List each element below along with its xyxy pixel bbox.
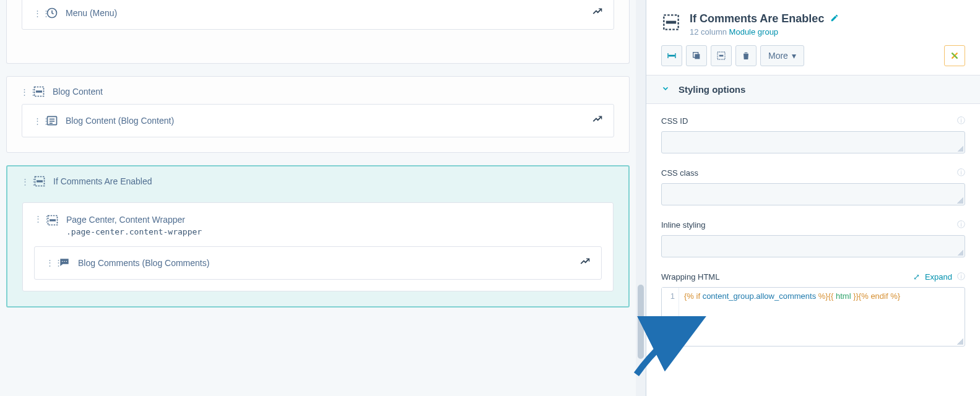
- section-title: Styling options: [679, 84, 745, 95]
- toolbar-delete-button[interactable]: [735, 45, 757, 66]
- css-id-label: CSS ID: [661, 116, 688, 126]
- drag-handle-icon[interactable]: ⋮⋮: [21, 179, 26, 184]
- expand-icon[interactable]: ⤢: [913, 272, 920, 282]
- inspector-subtitle-prefix: 12 column: [690, 27, 729, 37]
- svg-rect-17: [667, 53, 668, 58]
- svg-point-11: [62, 260, 63, 262]
- caret-down-icon: ▾: [792, 51, 796, 61]
- toolbar-group-button[interactable]: [711, 45, 732, 66]
- svg-rect-18: [675, 53, 675, 58]
- svg-point-13: [66, 260, 67, 262]
- drag-handle-icon[interactable]: ⋮⋮: [20, 90, 25, 94]
- expand-link[interactable]: Expand: [925, 272, 952, 282]
- drag-handle-icon[interactable]: ⋮⋮: [33, 119, 38, 123]
- module-group-blog-content[interactable]: ⋮⋮ Blog Content ⋮⋮ Blog Content (Blog Co…: [6, 76, 630, 153]
- module-action-icon[interactable]: [592, 115, 602, 127]
- svg-rect-19: [695, 54, 700, 59]
- svg-point-12: [64, 260, 65, 262]
- group-title: If Comments Are Enabled: [53, 176, 152, 186]
- module-group-icon: [661, 12, 681, 32]
- toolbar-copy-button[interactable]: [686, 45, 707, 66]
- svg-rect-2: [36, 90, 42, 92]
- inspector-title: If Comments Are Enablec: [690, 12, 824, 25]
- css-id-input[interactable]: [661, 131, 965, 153]
- module-group-icon: [33, 85, 45, 98]
- group-title: Blog Content: [53, 87, 103, 97]
- drag-handle-icon[interactable]: ⋮⋮: [46, 260, 51, 265]
- module-group-comments-enabled[interactable]: ⋮⋮ If Comments Are Enabled ⋮⋮ Page Cente…: [6, 165, 630, 308]
- left-scrollbar[interactable]: [636, 0, 646, 396]
- code-line: {% if content_group.allow_comments %}{{ …: [684, 291, 960, 301]
- chevron-down-icon: [661, 84, 670, 95]
- module-label: Blog Content (Blog Content): [66, 116, 174, 126]
- svg-rect-15: [666, 21, 676, 24]
- module-action-icon[interactable]: [592, 7, 602, 19]
- toolbar-more-button[interactable]: More ▾: [760, 45, 804, 66]
- edit-title-icon[interactable]: [830, 12, 839, 25]
- inner-module-group[interactable]: ⋮⋮ Page Center, Content Wrapper .page-ce…: [22, 202, 614, 291]
- info-icon[interactable]: ⓘ: [957, 271, 965, 282]
- comments-icon: [58, 257, 71, 269]
- svg-rect-22: [719, 55, 724, 57]
- code-line-number: 1: [670, 291, 675, 301]
- drag-handle-icon[interactable]: ⋮⋮: [34, 217, 39, 221]
- styling-options-header[interactable]: Styling options: [646, 75, 980, 104]
- drag-handle-icon[interactable]: ⋮⋮: [33, 11, 38, 15]
- menu-module-icon: [46, 7, 58, 19]
- wrapper-title: Page Center, Content Wrapper: [66, 214, 202, 226]
- wrapping-html-editor[interactable]: 1 {% if content_group.allow_comments %}{…: [661, 287, 965, 346]
- collapse-panel-button[interactable]: [944, 45, 965, 66]
- svg-rect-10: [50, 219, 56, 221]
- toolbar-align-button[interactable]: [661, 45, 682, 66]
- module-group-icon: [33, 175, 46, 187]
- svg-rect-16: [669, 55, 675, 57]
- info-icon[interactable]: ⓘ: [957, 115, 965, 126]
- module-row-blog-comments[interactable]: ⋮⋮ Blog Comments (Blog Comments): [34, 246, 602, 280]
- inspector-panel: If Comments Are Enablec 12 column Module…: [646, 0, 980, 396]
- module-group-icon: [46, 214, 59, 226]
- more-label: More: [768, 51, 788, 61]
- inline-styling-label: Inline styling: [661, 220, 706, 230]
- wrapper-class: .page-center.content-wrapper: [66, 226, 202, 238]
- module-row-blog-content[interactable]: ⋮⋮ Blog Content (Blog Content): [22, 104, 614, 137]
- blog-content-icon: [46, 114, 58, 127]
- css-class-label: CSS class: [661, 168, 698, 178]
- info-icon[interactable]: ⓘ: [957, 167, 965, 178]
- module-group-link[interactable]: Module group: [729, 27, 779, 37]
- svg-rect-8: [37, 180, 43, 182]
- module-label: Blog Comments (Blog Comments): [78, 258, 209, 268]
- module-label: Menu (Menu): [66, 8, 117, 18]
- css-class-input[interactable]: [661, 183, 965, 205]
- module-action-icon[interactable]: [580, 257, 590, 269]
- module-group-stub: ⋮⋮ Menu (Menu): [6, 0, 630, 64]
- info-icon[interactable]: ⓘ: [957, 219, 965, 230]
- wrapping-html-label: Wrapping HTML: [661, 272, 719, 282]
- inline-styling-input[interactable]: [661, 235, 965, 257]
- module-row-menu[interactable]: ⋮⋮ Menu (Menu): [22, 0, 614, 30]
